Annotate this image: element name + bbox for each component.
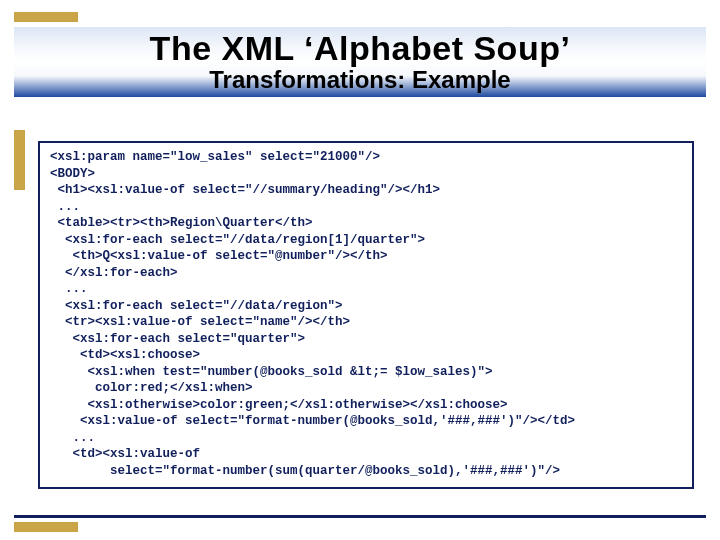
code-example-box: <xsl:param name="low_sales" select="2100…	[38, 141, 694, 489]
code-content: <xsl:param name="low_sales" select="2100…	[50, 149, 682, 479]
side-accent-bar	[14, 130, 25, 190]
slide-title: The XML ‘Alphabet Soup’	[14, 27, 706, 68]
slide-subtitle: Transformations: Example	[14, 66, 706, 94]
top-accent-bar	[14, 12, 78, 22]
bottom-accent-bar	[14, 522, 78, 532]
title-band: The XML ‘Alphabet Soup’ Transformations:…	[14, 27, 706, 97]
bottom-rule	[14, 515, 706, 518]
